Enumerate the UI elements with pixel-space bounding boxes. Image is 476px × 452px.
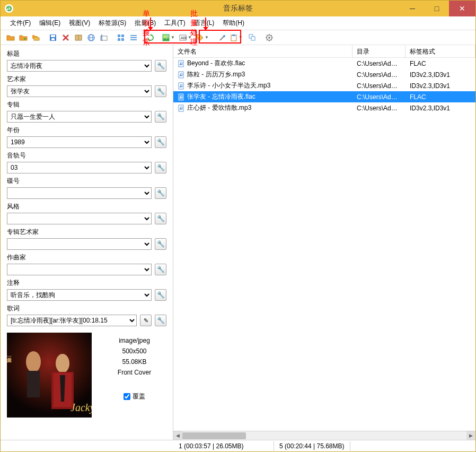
svg-rect-28	[27, 371, 40, 397]
album-label: 专辑	[7, 100, 166, 109]
menu-file[interactable]: 文件(F)	[6, 17, 35, 29]
music-file-icon	[178, 60, 185, 67]
scroll-right-icon[interactable]: ▶	[466, 431, 475, 440]
genre-input[interactable]	[7, 213, 152, 224]
rename-icon[interactable]	[98, 32, 110, 44]
list-body[interactable]: Beyond - 喜欢你.flacC:\Users\Adm...FLAC陈粒 -…	[173, 58, 475, 431]
settings-icon[interactable]	[263, 32, 275, 44]
app-window: 单项搜索 批量处理 音乐标签 ─ □ ✕ 文件(F) 编辑(E) 视图(V) 标…	[0, 0, 476, 452]
file-name: 张学友 - 忘情冷雨夜.flac	[187, 92, 255, 101]
composer-label: 作曲家	[7, 253, 166, 262]
col-format[interactable]: 标签格式	[406, 45, 475, 57]
open-folder-icon[interactable]	[5, 32, 16, 44]
menu-language[interactable]: 语言(L)	[190, 17, 219, 29]
file-format: ID3v2.3,ID3v1	[406, 70, 475, 80]
svg-rect-10	[121, 38, 124, 41]
artist-wrench-button[interactable]: 🔧	[155, 85, 166, 97]
menu-batch[interactable]: 批量(B)	[130, 17, 160, 29]
windows-icon[interactable]	[246, 32, 258, 44]
music-file-icon	[178, 105, 185, 112]
music-file-icon	[178, 93, 185, 101]
menu-help[interactable]: 帮助(H)	[218, 17, 249, 29]
tag-dropdown-icon[interactable]: ▼	[196, 33, 211, 42]
list-row[interactable]: Beyond - 喜欢你.flacC:\Users\Adm...FLAC	[173, 58, 475, 69]
title-input[interactable]: 忘情冷雨夜	[7, 60, 152, 72]
save-icon[interactable]	[47, 32, 59, 44]
file-dir: C:\Users\Adm...	[352, 81, 406, 91]
albumartist-wrench-button[interactable]: 🔧	[155, 238, 166, 250]
app-icon	[5, 4, 13, 13]
close-button[interactable]: ✕	[449, 1, 475, 16]
lyrics-wrench-button[interactable]: 🔧	[155, 315, 166, 326]
refresh-icon[interactable]	[145, 32, 156, 44]
status-current: 1 (00:03:57 | 26.05MB)	[173, 441, 274, 451]
comment-wrench-button[interactable]: 🔧	[155, 289, 166, 301]
artist-input[interactable]: 张学友	[7, 85, 152, 97]
file-name: 庄心妍 - 爱吹情散.mp3	[187, 103, 251, 112]
lyrics-input[interactable]: [ti:忘情冷雨夜][ar:张学友][00:18.15	[7, 315, 137, 326]
year-label: 年份	[7, 126, 166, 135]
col-filename[interactable]: 文件名	[173, 45, 352, 57]
disc-wrench-button[interactable]: 🔧	[155, 187, 166, 199]
maximize-button[interactable]: □	[425, 1, 449, 16]
albumartist-input[interactable]	[7, 238, 152, 250]
file-dir: C:\Users\Adm...	[352, 59, 406, 68]
add-folder-icon[interactable]	[17, 32, 29, 44]
book-icon[interactable]	[73, 32, 84, 44]
cover-image[interactable]: Jacky 只愿一生爱一人	[7, 333, 92, 418]
titlebar[interactable]: 音乐标签 ─ □ ✕	[1, 1, 475, 16]
statusbar: 1 (00:03:57 | 26.05MB) 5 (00:20:44 | 75.…	[1, 440, 475, 451]
svg-rect-37	[179, 94, 183, 100]
svg-text:ABC: ABC	[181, 36, 187, 40]
cover-filesize: 55.08KB	[102, 358, 166, 366]
delete-icon[interactable]	[60, 32, 72, 44]
menu-tagsource[interactable]: 标签源(S)	[94, 17, 130, 29]
genre-wrench-button[interactable]: 🔧	[155, 213, 166, 224]
year-wrench-button[interactable]: 🔧	[155, 136, 166, 148]
overwrite-label: 覆盖	[133, 392, 145, 401]
list-icon[interactable]	[128, 32, 139, 44]
svg-point-29	[56, 354, 69, 373]
svg-rect-2	[51, 35, 55, 37]
minimize-button[interactable]: ─	[400, 1, 425, 16]
menu-edit[interactable]: 编辑(E)	[35, 17, 65, 29]
svg-point-27	[26, 351, 41, 372]
list-row[interactable]: 陈粒 - 历历万乡.mp3C:\Users\Adm...ID3v2.3,ID3v…	[173, 69, 475, 80]
cover-section: Jacky 只愿一生爱一人 image/jpeg 500x500 55.08KB…	[7, 333, 166, 418]
scroll-thumb[interactable]	[182, 432, 246, 439]
music-file-icon	[178, 82, 185, 90]
track-wrench-button[interactable]: 🔧	[155, 162, 166, 173]
wand-icon[interactable]	[217, 32, 228, 44]
clipboard-dropdown-icon[interactable]: ▼	[230, 33, 245, 42]
file-format: FLAC	[406, 59, 475, 68]
col-directory[interactable]: 目录	[352, 45, 406, 57]
web-icon[interactable]	[85, 32, 97, 44]
composer-input[interactable]	[7, 264, 152, 275]
overwrite-checkbox[interactable]	[124, 393, 130, 400]
picture-dropdown-icon[interactable]: ▼	[162, 33, 178, 42]
cover-mime: image/jpeg	[102, 337, 166, 344]
menu-view[interactable]: 视图(V)	[65, 17, 94, 29]
svg-rect-13	[130, 39, 137, 40]
title-wrench-button[interactable]: 🔧	[155, 60, 166, 72]
copy-folder-icon[interactable]	[30, 32, 42, 44]
list-row[interactable]: 庄心妍 - 爱吹情散.mp3C:\Users\Adm...ID3v2.3,ID3…	[173, 102, 475, 114]
artist-label: 艺术家	[7, 75, 166, 84]
composer-wrench-button[interactable]: 🔧	[155, 264, 166, 275]
grid-icon[interactable]	[115, 32, 127, 44]
list-row[interactable]: 张学友 - 忘情冷雨夜.flacC:\Users\Adm...FLAC	[173, 91, 475, 102]
comment-input[interactable]: 听音乐，找酷狗	[7, 289, 152, 301]
menu-tools[interactable]: 工具(T)	[160, 17, 189, 29]
disc-input[interactable]	[7, 187, 152, 199]
list-row[interactable]: 李乐诗 - 小小女子半边天.mp3C:\Users\Adm...ID3v2.3,…	[173, 80, 475, 91]
scroll-left-icon[interactable]: ◀	[173, 431, 182, 440]
album-input[interactable]: 只愿一生爱一人	[7, 111, 152, 123]
lyrics-edit-button[interactable]: ✎	[140, 315, 152, 326]
year-input[interactable]: 1989	[7, 136, 152, 148]
album-wrench-button[interactable]: 🔧	[155, 111, 166, 123]
svg-point-15	[164, 36, 166, 37]
file-list-panel: 文件名 目录 标签格式 Beyond - 喜欢你.flacC:\Users\Ad…	[173, 45, 475, 440]
horizontal-scrollbar[interactable]: ◀ ▶	[173, 431, 475, 440]
text-dropdown-icon[interactable]: ABC▼	[179, 33, 195, 42]
track-input[interactable]: 03	[7, 162, 152, 173]
